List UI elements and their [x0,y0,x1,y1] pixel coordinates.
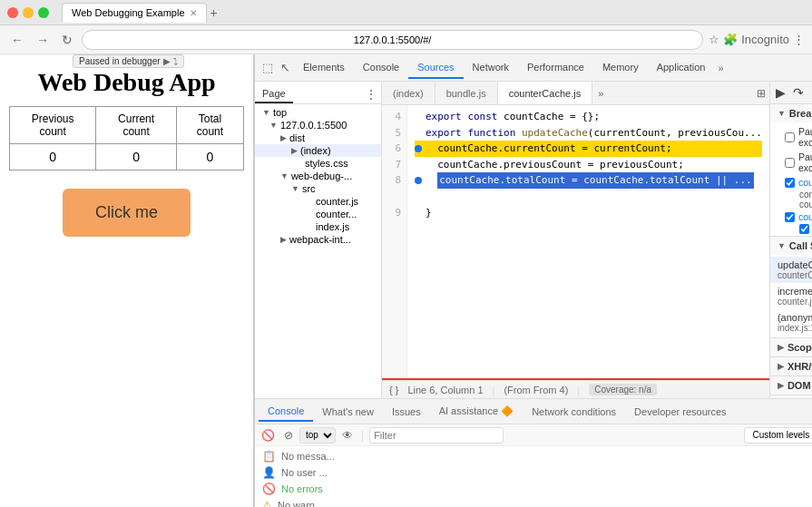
web-debug-label: web-debug-... [291,171,352,181]
new-tab-button[interactable]: + [210,5,218,20]
line-col-status: Line 6, Column 1 [407,385,483,395]
previous-count-value: 0 [10,144,96,171]
console-tab-network[interactable]: Network conditions [523,403,625,421]
editor-tab-counter-cache[interactable]: counterCache.js [498,82,593,104]
tree-item-web-debug[interactable]: ▼ web-debug-... [255,170,381,182]
code-line-9: } [415,205,762,221]
menu-icon[interactable]: ⋮ [793,33,805,46]
tree-item-counter-cache[interactable]: counter... [255,208,381,220]
xhr-header[interactable]: ▶ XHR/fetch Breakpoints [770,357,812,375]
console-clear-button[interactable]: 🚫 [259,428,278,443]
browser-tab[interactable]: Web Debugging Example ✕ [62,3,207,23]
counter-cache-label: counter... [316,209,357,219]
tab-performance[interactable]: Performance [518,57,593,79]
editor-more-tabs[interactable]: » [592,84,609,102]
paused-skip-icon[interactable]: ⤵ [173,56,178,66]
code-content[interactable]: 4 5 6 7 8 9 export const countCache = {} [382,105,769,378]
bookmark-icon[interactable]: ☆ [709,33,719,46]
file-tree-tab-bar: Page ⋮ [255,85,381,104]
main-area: Paused in debugger ▶ ⤵ Web Debug App Pre… [0,54,812,507]
tree-item-src[interactable]: ▼ src [255,182,381,195]
devtools-cursor-icon[interactable]: ↖ [277,59,294,76]
tree-item-counter-js[interactable]: counter.js [255,195,381,208]
counter-js-bp-checkbox[interactable] [785,178,795,188]
editor-settings-icon[interactable]: ⊞ [757,87,766,100]
src-label: src [302,183,316,194]
page-tab[interactable]: Page [255,85,293,103]
forward-button[interactable]: → [33,31,53,49]
console-tab-ai[interactable]: AI assistance 🔶 [430,402,523,421]
code-editor: (index) bundle.js counterCache.js » ⊞ [382,82,769,398]
console-tab-console[interactable]: Console [259,402,313,422]
paused-arrow-icon[interactable]: ▶ [163,56,171,66]
editor-tab-bundle[interactable]: bundle.js [435,82,498,104]
tree-top-label: top [273,107,287,118]
reload-button[interactable]: ↻ [58,31,76,49]
table-row: 0 0 0 [10,144,244,171]
console-panel: Console What's new Issues AI assistance … [255,398,812,507]
tree-item-index[interactable]: ▶ (index) [255,144,381,157]
back-button[interactable]: ← [7,31,27,49]
console-filter-input[interactable] [369,427,504,444]
call-stack-item-0[interactable]: updateCache counterCache.js:6 [770,257,812,283]
console-item-0: 📋 No messa... [262,448,812,464]
tab-application[interactable]: Application [648,57,715,79]
call-stack-item-1[interactable]: incrementCounter counter.js:7 [770,283,812,309]
console-level-select[interactable]: Custom levels ▼ [744,427,812,444]
call-stack-header[interactable]: ▼ Call Stack [770,237,812,255]
breakpoints-content: Pause on uncaught exceptions Pause on ca… [770,122,812,236]
extensions-icon[interactable]: 🧩 [723,33,738,46]
counter-cache-bp-checkbox[interactable] [785,212,795,222]
counter-cache-bp1-checkbox[interactable] [799,224,809,234]
dom-breakpoints-header[interactable]: ▶ DOM Breakpoints [770,376,812,395]
scope-header[interactable]: ▶ Scope [770,338,812,356]
tab-memory[interactable]: Memory [593,57,648,79]
tab-network[interactable]: Network [464,57,518,79]
address-bar[interactable] [82,30,703,50]
tab-label: Web Debugging Example [72,7,185,18]
console-filter-toggle[interactable]: ⊘ [281,428,296,443]
step-over-button[interactable]: ↷ [790,84,807,101]
tree-item-top[interactable]: ▼ top [255,106,381,119]
file-tree-more[interactable]: ⋮ [361,85,381,103]
resume-button[interactable]: ▶ [773,84,788,101]
console-tab-devres[interactable]: Developer resources [625,403,736,421]
editor-tab-index[interactable]: (index) [382,82,435,104]
console-context-select[interactable]: top [299,427,336,444]
tree-item-url[interactable]: ▼ 127.0.0.1:5500 [255,119,381,132]
tab-sources[interactable]: Sources [408,57,463,79]
debugger-controls: ▶ ↷ ↓ ↑ → ⊘ [770,82,812,104]
total-count-value: 0 [176,144,243,171]
col-current: Current count [96,107,177,144]
tree-item-webpack[interactable]: ▶ webpack-int... [255,233,381,246]
pause-caught-checkbox[interactable] [785,158,795,168]
chevron-right-icon: ▶ [280,133,287,142]
nav-bar: ← → ↻ ☆ 🧩 Incognito ⋮ [0,25,812,54]
code-line-6: countCache.currentCount = currentCount; [415,141,762,157]
tree-url-label: 127.0.0.1:5500 [280,120,347,131]
tab-console[interactable]: Console [354,57,408,79]
close-traffic-light[interactable] [7,7,18,18]
tree-item-styles[interactable]: styles.css [255,157,381,170]
tree-item-index-js[interactable]: index.js [255,220,381,233]
tab-close-icon[interactable]: ✕ [190,8,197,18]
webpack-label: webpack-int... [289,234,351,245]
pause-uncaught-checkbox[interactable] [785,132,795,142]
click-me-button[interactable]: Click me [63,189,191,237]
console-tab-whatsnew[interactable]: What's new [313,403,383,421]
devtools-more-tabs[interactable]: » [714,63,727,73]
minimize-traffic-light[interactable] [23,7,34,18]
devtools-dock-icon[interactable]: ⬚ [259,59,277,76]
no-errors-icon: 🚫 [262,483,276,495]
incognito-label: Incognito [741,33,789,46]
step-into-button[interactable]: ↓ [808,84,812,101]
console-tab-issues[interactable]: Issues [383,403,430,421]
index-label: (index) [300,145,331,156]
tree-item-dist[interactable]: ▶ dist [255,132,381,144]
breakpoints-header[interactable]: ▼ Breakpoints [770,104,812,122]
call-stack-section: ▼ Call Stack updateCache counterCache.js… [770,237,812,338]
maximize-traffic-light[interactable] [38,7,49,18]
tab-elements[interactable]: Elements [294,57,354,79]
console-eye-icon[interactable]: 👁 [339,428,356,443]
call-stack-item-2[interactable]: (anonymous) index.js:13 [770,309,812,336]
